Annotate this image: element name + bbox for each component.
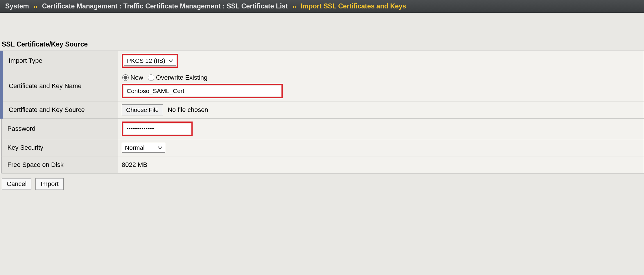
free-space-label: Free Space on Disk (1, 156, 118, 174)
chevron-down-icon (169, 57, 173, 64)
radio-overwrite[interactable] (148, 74, 154, 81)
row-free-space: Free Space on Disk 8022 MB (1, 156, 644, 174)
free-space-value: 8022 MB (118, 156, 644, 174)
cert-key-name-input[interactable] (124, 86, 281, 96)
radio-new-label: New (130, 74, 143, 81)
file-chosen-status: No file chosen (168, 106, 208, 113)
breadcrumb-separator-icon: ›› (289, 3, 299, 10)
breadcrumb-cert-mgmt[interactable]: Certificate Management : Traffic Certifi… (42, 2, 288, 10)
breadcrumb-current: Import SSL Certificates and Keys (301, 2, 406, 10)
row-key-security: Key Security Normal (1, 139, 644, 156)
choose-file-button[interactable]: Choose File (122, 104, 163, 115)
key-security-select[interactable]: Normal (122, 143, 165, 153)
cancel-button[interactable]: Cancel (2, 178, 31, 190)
password-input[interactable] (124, 124, 191, 134)
row-password: Password (1, 119, 644, 139)
highlight-import-type: PKCS 12 (IIS) (122, 54, 178, 68)
breadcrumb: System ›› Certificate Management : Traff… (0, 0, 644, 13)
form-table: Import Type PKCS 12 (IIS) Certificate an… (0, 51, 644, 174)
radio-new[interactable] (122, 74, 129, 81)
import-button[interactable]: Import (35, 178, 63, 190)
password-label: Password (1, 119, 118, 139)
cert-name-radio-group: New Overwrite Existing (122, 74, 640, 81)
chevron-down-icon (158, 144, 162, 151)
section-title: SSL Certificate/Key Source (0, 13, 644, 51)
row-cert-key-name: Certificate and Key Name New Overwrite E… (1, 71, 644, 101)
breadcrumb-system[interactable]: System (5, 2, 29, 10)
import-type-value: PKCS 12 (IIS) (127, 57, 165, 64)
import-type-label: Import Type (1, 51, 118, 71)
row-cert-key-source: Certificate and Key Source Choose File N… (1, 101, 644, 119)
highlight-cert-name (122, 84, 283, 98)
import-type-select[interactable]: PKCS 12 (IIS) (124, 56, 176, 66)
cert-key-name-label: Certificate and Key Name (1, 71, 118, 101)
cert-key-source-label: Certificate and Key Source (1, 101, 118, 119)
key-security-label: Key Security (1, 139, 118, 156)
breadcrumb-separator-icon: ›› (31, 3, 40, 10)
key-security-value: Normal (125, 144, 145, 151)
highlight-password (122, 122, 193, 136)
radio-overwrite-label: Overwrite Existing (156, 74, 207, 81)
action-bar: Cancel Import (0, 174, 644, 194)
row-import-type: Import Type PKCS 12 (IIS) (1, 51, 644, 71)
